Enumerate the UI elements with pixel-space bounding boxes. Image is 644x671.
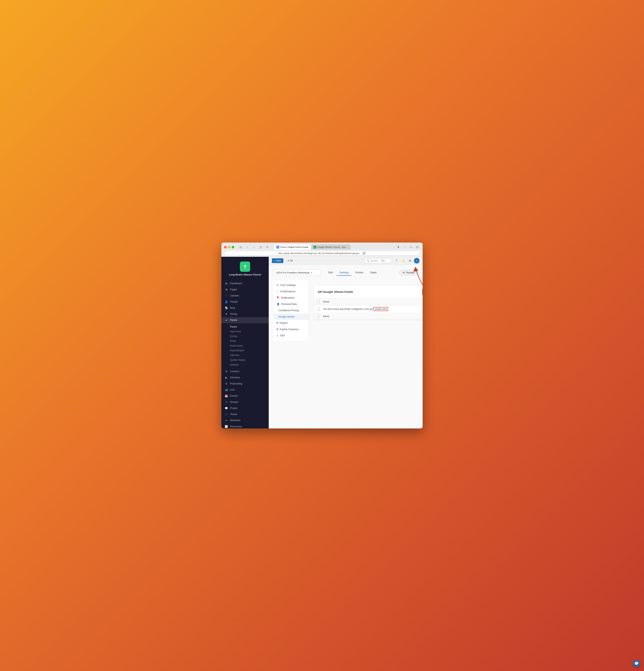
paypal-icon: P xyxy=(276,322,278,324)
create-one-link[interactable]: create one! xyxy=(373,307,388,311)
sidebar-secondary-nav: ⧉ Connect ▶ Sermons 🎙 Podcasting 📹 Live … xyxy=(221,367,269,429)
settings-nav-pdf-label: PDF xyxy=(280,334,285,337)
app-container: ✝ Long Beach Alliance Church ⊞ Dashboard… xyxy=(221,257,423,429)
undo-icon: ↺ xyxy=(287,259,289,262)
settings-nav-paypal[interactable]: P PayPal xyxy=(273,320,309,326)
sidebar-item-people-label: People xyxy=(230,300,238,303)
sidebar-item-pages[interactable]: 🖥 Pages xyxy=(221,287,269,293)
browser-toolbar-actions: ⬇ ↑ + ⊡ xyxy=(396,244,420,250)
sidebar-item-live[interactable]: 📹 Live xyxy=(221,387,269,393)
settings-nav-google-sheets[interactable]: Google Sheets xyxy=(273,314,309,320)
forms-sub-perks[interactable]: Perks xyxy=(221,339,269,343)
sidebar-item-resources[interactable]: ⬜ Resources xyxy=(221,423,269,429)
sidebar-item-sermons[interactable]: ▶ Sermons xyxy=(221,375,269,381)
tab-entries[interactable]: Entries xyxy=(352,269,366,276)
sidebar-item-events-label: Events xyxy=(230,394,237,397)
browser-toolbar: lbac.org/wp-admin/admin.php?page=gf_edit… xyxy=(221,250,423,257)
sidebar-item-giving[interactable]: ♥ Giving xyxy=(221,311,269,317)
settings-nav-confirmations[interactable]: ✓ Confirmations xyxy=(273,288,309,295)
sidebar-item-dashboard[interactable]: ⊞ Dashboard xyxy=(221,280,269,287)
settings-nav-paypal-checkout[interactable]: P PayPal Checkout xyxy=(273,326,309,332)
sidebar-item-uploads[interactable]: ↑ Uploads xyxy=(221,293,269,299)
settings-nav-pdf[interactable]: ⊙ PDF xyxy=(273,332,309,339)
sidebar-item-connect[interactable]: ⧉ Connect xyxy=(221,368,269,375)
settings-nav-conditional-pricing[interactable]: Conditional Pricing xyxy=(273,307,309,314)
form-selector[interactable]: 2024 For Freedom Workshop ▾ xyxy=(273,269,321,276)
add-new-button[interactable]: Add New xyxy=(422,289,423,295)
sidebar-item-forms[interactable]: ≡ Forms xyxy=(221,317,269,323)
select-all-bottom-checkbox[interactable] xyxy=(317,315,320,318)
windows-button[interactable]: ⊡ xyxy=(415,244,420,250)
sidebar-logo: ✝ Long Beach Alliance Church xyxy=(221,257,269,280)
name-column-header: Name xyxy=(323,300,329,303)
wp-search[interactable]: 🔍 Search... ⌘K xyxy=(364,258,392,263)
sidebar-item-podcasting-label: Podcasting xyxy=(230,382,242,385)
tab-sheets-favicon: G xyxy=(313,246,316,249)
maximize-button[interactable] xyxy=(232,246,234,249)
url-text: lbac.org/wp-admin/admin.php?page=gf_edit… xyxy=(279,252,361,254)
forms-sub-system-status[interactable]: System Status xyxy=(221,358,269,362)
sidebar-item-connect-label: Connect xyxy=(230,370,239,373)
settings-nav-notifications[interactable]: 🚩 Notifications xyxy=(273,295,309,301)
tab-sales[interactable]: Sales xyxy=(368,269,379,276)
resources-icon: ⬜ xyxy=(224,425,228,428)
sidebar-item-prayer[interactable]: 💬 Prayer xyxy=(221,405,269,411)
preview-button[interactable]: 👁 Preview xyxy=(399,270,418,276)
bolt-icon[interactable]: ⚡ xyxy=(400,258,406,264)
sidebar-toggle-button[interactable]: ⊟ xyxy=(238,245,243,249)
downloads-button[interactable]: ⬇ xyxy=(396,244,401,250)
wp-top-icons: ? ⚡ ⚙ ≡ xyxy=(394,258,420,264)
undo-button[interactable]: ↺ 50 xyxy=(286,258,294,263)
minimize-button[interactable] xyxy=(228,246,230,249)
tab-forms[interactable]: W Forms | Digital Church Guide xyxy=(274,244,311,250)
sidebar-item-teams[interactable]: ⬚ Teams xyxy=(221,411,269,417)
feeds-table-header-top: Name xyxy=(314,299,423,305)
forms-sub-email-users[interactable]: Email Users xyxy=(221,343,269,348)
tab-edit[interactable]: Edit xyxy=(325,269,335,276)
close-button[interactable] xyxy=(224,246,227,249)
forms-sub-email-users-label: Email Users xyxy=(230,344,243,347)
sidebar-item-podcasting[interactable]: 🎙 Podcasting xyxy=(221,381,269,387)
back-button[interactable]: ‹ xyxy=(244,245,250,249)
settings-icon[interactable]: ⚙ xyxy=(407,258,413,264)
sidebar-item-groups-label: Groups xyxy=(230,401,238,403)
settings-nav-personal-data[interactable]: 👤 Personal Data xyxy=(273,301,309,307)
url-bar[interactable]: lbac.org/wp-admin/admin.php?page=gf_edit… xyxy=(224,251,420,255)
extensions-button[interactable]: R xyxy=(265,245,270,249)
forms-sub-forms[interactable]: Forms xyxy=(221,325,269,329)
browser-controls: ⊟ ‹ › ⊡ R xyxy=(238,245,270,249)
pages-icon: 🖥 xyxy=(224,288,228,291)
forms-sub-perks-label: Perks xyxy=(230,340,236,342)
new-button[interactable]: + New xyxy=(272,258,283,263)
forms-sub-settings[interactable]: Settings xyxy=(221,362,269,367)
tab-settings[interactable]: Settings xyxy=(337,269,351,276)
forms-sub-import-export[interactable]: Import/Export xyxy=(221,348,269,353)
tab-sales-label: Sales xyxy=(370,271,377,274)
sidebar-item-events[interactable]: 📅 Events xyxy=(221,393,269,399)
settings-nav-form-settings[interactable]: ⚙ Form Settings xyxy=(273,282,309,288)
tab-google-sheets[interactable]: G Google Sheets • Forms - Gravity Forms … xyxy=(311,244,351,250)
settings-nav-form-settings-label: Form Settings xyxy=(280,284,296,287)
search-shortcut: ⌘K xyxy=(381,259,386,262)
forms-sub-entries[interactable]: Entries xyxy=(221,334,269,339)
row-checkbox[interactable] xyxy=(317,308,320,311)
new-tab-button[interactable]: + xyxy=(409,244,414,250)
share-button[interactable]: ↑ xyxy=(402,244,407,250)
sidebar-item-people[interactable]: 👤 People xyxy=(221,299,269,305)
row-checkbox-col xyxy=(317,308,323,311)
user-avatar[interactable]: ≡ xyxy=(414,258,420,264)
sidebar-item-groups[interactable]: ⬡ Groups xyxy=(221,399,269,405)
sidebar-item-ministries[interactable]: ✏ Ministries xyxy=(221,417,269,423)
forms-sub-new[interactable]: New Form xyxy=(221,329,269,334)
forms-sub-add-ons[interactable]: Add-Ons xyxy=(221,353,269,358)
connect-icon: ⧉ xyxy=(224,370,228,373)
forward-button[interactable]: › xyxy=(251,245,257,249)
help-icon[interactable]: ? xyxy=(394,258,399,264)
select-all-checkbox[interactable] xyxy=(317,300,320,303)
uploads-icon: ↑ xyxy=(224,294,228,297)
settings-nav-paypal-checkout-label: PayPal Checkout xyxy=(280,328,298,331)
live-icon: 📹 xyxy=(224,388,228,391)
tab-overview-button[interactable]: ⊡ xyxy=(258,245,263,249)
sidebar-item-blog[interactable]: 📡 Blog xyxy=(221,305,269,311)
feeds-empty-message: You don't have any feeds configured. Let… xyxy=(323,308,423,311)
